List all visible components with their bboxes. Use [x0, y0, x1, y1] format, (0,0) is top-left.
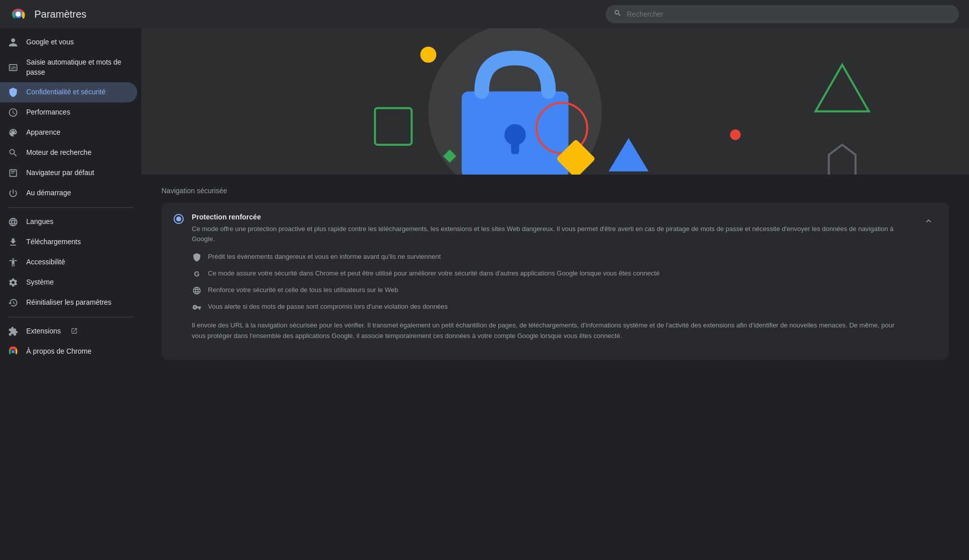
settings-icon	[8, 277, 18, 288]
option-title: Protection renforcée	[192, 213, 912, 221]
feature-item-4: Vous alerte si des mots de passe sont co…	[192, 302, 912, 312]
search-bar[interactable]	[606, 5, 959, 23]
svg-point-12	[730, 130, 741, 140]
sidebar-label: Google et vous	[26, 37, 74, 47]
globe-icon	[8, 217, 18, 227]
key-feature-icon	[192, 302, 202, 312]
svg-marker-14	[829, 145, 855, 175]
sidebar-label: Au démarrage	[26, 188, 71, 198]
hero-illustration	[141, 28, 969, 175]
sidebar-item-apparence[interactable]: Apparence	[0, 123, 137, 143]
sidebar-item-langues[interactable]: Langues	[0, 212, 137, 232]
sidebar-item-extensions[interactable]: Extensions	[0, 321, 137, 342]
google-feature-icon: G	[192, 269, 202, 279]
sidebar-item-navigateur-defaut[interactable]: Navigateur par défaut	[0, 163, 137, 183]
radio-selected	[176, 216, 181, 221]
sidebar-item-accessibilite[interactable]: Accessibilité	[0, 252, 137, 272]
sidebar-item-au-demarrage[interactable]: Au démarrage	[0, 183, 137, 203]
web-icon	[8, 168, 18, 178]
feature-text-4: Vous alerte si des mots de passe sont co…	[208, 302, 448, 312]
search-input[interactable]	[627, 10, 951, 18]
chrome-logo	[10, 6, 26, 22]
shield-icon	[8, 87, 18, 97]
radio-button[interactable]	[174, 214, 184, 224]
svg-marker-13	[816, 65, 869, 111]
feature-text-1: Prédit les événements dangereux et vous …	[208, 252, 441, 262]
palette-icon	[8, 128, 18, 138]
sidebar-divider	[8, 207, 133, 208]
sidebar-label: Accessibilité	[26, 257, 65, 267]
sidebar-label: Extensions	[26, 326, 61, 337]
external-link-icon	[71, 327, 78, 336]
speed-icon	[8, 107, 18, 118]
power-icon	[8, 188, 18, 198]
search-icon	[614, 9, 622, 19]
collapse-button[interactable]	[921, 213, 937, 229]
accessibility-icon	[8, 257, 18, 267]
puzzle-icon	[8, 326, 18, 337]
sidebar-item-google-et-vous[interactable]: Google et vous	[0, 32, 137, 52]
sidebar-label: Apparence	[26, 128, 61, 138]
app-title: Paramètres	[34, 9, 598, 20]
section-title: Navigation sécurisée	[162, 187, 949, 195]
sidebar-label: Moteur de recherche	[26, 148, 91, 158]
feature-item-3: Renforce votre sécurité et celle de tous…	[192, 285, 912, 296]
sidebar-label: À propos de Chrome	[26, 347, 91, 357]
app-header: Paramètres	[0, 0, 969, 28]
globe-feature-icon	[192, 286, 202, 296]
svg-rect-6	[511, 138, 519, 154]
sidebar-label: Performances	[26, 107, 70, 118]
safe-browsing-card: Protection renforcée Ce mode offre une p…	[162, 203, 949, 360]
sidebar-label: Confidentialité et sécurité	[26, 87, 105, 97]
download-icon	[8, 237, 18, 247]
option-description: Ce mode offre une protection proactive e…	[192, 224, 912, 244]
chrome-nav-icon	[8, 347, 18, 357]
svg-point-7	[420, 47, 437, 63]
main-layout: Google et vous Saisie automatique et mot…	[0, 28, 969, 560]
sidebar-item-a-propos[interactable]: À propos de Chrome	[0, 342, 137, 362]
main-content: Navigation sécurisée Protection renforcé…	[141, 28, 969, 560]
feature-text-3: Renforce votre sécurité et celle de tous…	[208, 285, 398, 295]
protection-renforcee-row[interactable]: Protection renforcée Ce mode offre une p…	[162, 203, 949, 360]
sidebar-label: Saisie automatique et mots de passe	[26, 58, 129, 77]
sidebar-item-telechargements[interactable]: Téléchargements	[0, 232, 137, 252]
sidebar-label: Langues	[26, 217, 53, 227]
feature-text-2: Ce mode assure votre sécurité dans Chrom…	[208, 268, 660, 278]
feature-item-2: G Ce mode assure votre sécurité dans Chr…	[192, 268, 912, 279]
svg-marker-11	[609, 138, 649, 172]
sidebar-item-moteur-recherche[interactable]: Moteur de recherche	[0, 143, 137, 163]
sidebar-item-systeme[interactable]: Système	[0, 272, 137, 293]
safe-browsing-section: Navigation sécurisée Protection renforcé…	[141, 175, 969, 372]
sidebar-label: Réinitialiser les paramètres	[26, 298, 112, 308]
feature-list: Prédit les événements dangereux et vous …	[192, 252, 912, 312]
sidebar: Google et vous Saisie automatique et mot…	[0, 28, 141, 560]
sidebar-divider-2	[8, 317, 133, 317]
sidebar-label: Système	[26, 277, 53, 288]
badge-icon	[8, 63, 18, 73]
sidebar-item-confidentialite[interactable]: Confidentialité et sécurité	[0, 82, 137, 102]
sidebar-item-performances[interactable]: Performances	[0, 102, 137, 123]
sidebar-label: Navigateur par défaut	[26, 168, 94, 178]
detail-text: Il envoie des URL à la navigation sécuri…	[192, 320, 912, 350]
feature-item-1: Prédit les événements dangereux et vous …	[192, 252, 912, 262]
sidebar-label: Téléchargements	[26, 237, 81, 247]
sidebar-item-reinitialiser[interactable]: Réinitialiser les paramètres	[0, 293, 137, 313]
svg-rect-8	[375, 108, 412, 145]
sidebar-item-saisie-automatique[interactable]: Saisie automatique et mots de passe	[0, 52, 137, 82]
svg-point-2	[12, 350, 15, 354]
person-icon	[8, 37, 18, 47]
search-nav-icon	[8, 148, 18, 158]
history-icon	[8, 298, 18, 308]
shield-feature-icon	[192, 252, 202, 262]
option-content: Protection renforcée Ce mode offre une p…	[192, 213, 912, 350]
svg-point-1	[16, 12, 21, 17]
